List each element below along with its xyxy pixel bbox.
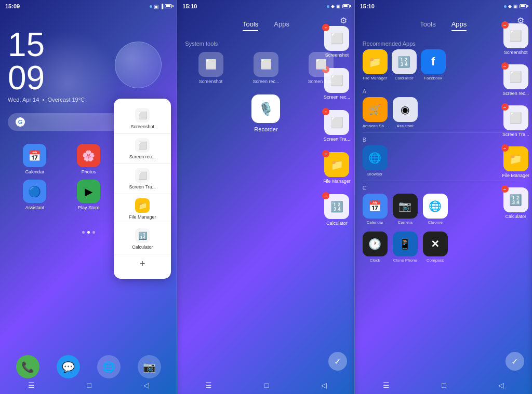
location-icon-2: ◆ (331, 4, 335, 9)
app-clone-phone[interactable]: 📱 Clone Phone (393, 232, 418, 263)
nav-back-1[interactable]: ◁ (143, 381, 149, 389)
notification-dot-1 (150, 5, 152, 8)
assistant-icon-3: ◉ (393, 97, 418, 122)
nav-menu-3[interactable]: ☰ (383, 381, 390, 389)
calendar-icon: 📅 (23, 144, 46, 167)
rec-calculator[interactable]: 🔢 Calculator (392, 49, 417, 80)
time-display-1: 15:09 (5, 3, 20, 9)
file-manager-menu-label: File Manager (129, 214, 156, 220)
tab-apps-2[interactable]: Apps (274, 20, 289, 31)
side-file-manager[interactable]: − 📁 File Manager (323, 152, 351, 184)
alpha-c2-apps: 🕐 Clock 📱 Clone Phone ✕ Compass (363, 232, 524, 263)
side-file-manager-icon: − 📁 (324, 152, 349, 177)
app-amazon[interactable]: 🛒 Amazon Sh... (363, 97, 388, 128)
nav-home-2[interactable]: □ (264, 381, 269, 389)
nav-back-3[interactable]: ◁ (498, 381, 504, 389)
app-chrome-3[interactable]: 🌐 Chrome (423, 194, 448, 225)
rec-facebook[interactable]: f Facebook (421, 49, 446, 80)
phone-panel-1: 15:09 ▣ ▐ 15 09 Wed, Apr 14 • Overcast 1… (0, 0, 177, 394)
battery-icon-3 (520, 4, 527, 8)
app-assistant[interactable]: 🔵 Assistant (10, 180, 59, 210)
notification-dot-3 (504, 5, 507, 8)
side-calculator-icon: − 🔢 (324, 194, 349, 219)
page-dot-1 (82, 231, 85, 234)
app-assistant-3[interactable]: ◉ Assistant (393, 97, 418, 128)
clone-phone-label: Clone Phone (393, 258, 417, 263)
status-icons-3: ◆ ▣ (504, 4, 527, 9)
section-b: B 🌐 Browser (355, 134, 532, 176)
rec-file-manager-label: File Manager (363, 76, 387, 80)
browser-label: Browser (367, 172, 382, 176)
rec-calculator-icon: 🔢 (392, 49, 417, 74)
tab-apps-3[interactable]: Apps (451, 20, 467, 31)
tool-screen-rec-2[interactable]: ⬜ Screen rec... (241, 52, 291, 84)
checkmark-button-2[interactable]: ✓ (328, 352, 347, 371)
nav-menu-2[interactable]: ☰ (205, 381, 212, 389)
nav-bar-2: ☰ □ ◁ (177, 379, 354, 391)
rec-calculator-label: Calculator (395, 76, 414, 80)
alpha-a-apps: 🛒 Amazon Sh... ◉ Assistant (363, 97, 524, 128)
wifi-icon-1: ▣ (154, 4, 158, 9)
app-clock[interactable]: 🕐 Clock (363, 232, 388, 263)
app-browser[interactable]: 🌐 Browser (363, 145, 388, 176)
checkmark-button-3[interactable]: ✓ (506, 352, 524, 371)
phone-icon: 📞 (16, 355, 39, 378)
time-display-3: 15:10 (360, 3, 375, 9)
phone-panel-3: 15:10 ◆ ▣ ⚙ Tools Apps Recommended Apps … (355, 0, 532, 394)
dock-chrome[interactable]: 🌐 (97, 355, 121, 378)
compass-icon: ✕ (423, 232, 448, 256)
camera-label: Camera (397, 220, 412, 225)
battery-icon-2 (342, 4, 350, 8)
nav-menu-1[interactable]: ☰ (28, 381, 35, 389)
tools-tabs-3: Tools Apps (355, 12, 532, 36)
remove-badge-5[interactable]: − (322, 192, 329, 199)
nav-back-2[interactable]: ◁ (321, 381, 327, 389)
clock-label: Clock (370, 258, 380, 263)
side-calculator-label: Calculator (326, 221, 348, 226)
tool-screenshot-2[interactable]: ⬜ Screenshot (185, 52, 236, 84)
play-store-label: Play Store (78, 205, 100, 210)
side-file-manager-label: File Manager (323, 179, 351, 184)
google-logo: G (16, 117, 25, 127)
dock-messages[interactable]: 💬 (57, 355, 80, 378)
nav-home-3[interactable]: □ (442, 381, 446, 389)
chrome-icon: 🌐 (97, 355, 121, 378)
alpha-c-label: C (363, 185, 524, 191)
tab-tools-3[interactable]: Tools (420, 20, 435, 31)
menu-screen-rec[interactable]: ⬜ Screen rec... (114, 134, 171, 164)
location-icon-3: ◆ (508, 4, 512, 9)
app-calendar-3[interactable]: 📅 Calendar (363, 194, 388, 225)
app-play-store[interactable]: ▶ Play Store (64, 180, 113, 210)
side-calculator[interactable]: − 🔢 Calculator (323, 194, 351, 226)
battery-icon-1 (165, 4, 172, 8)
calculator-menu-label: Calculator (132, 244, 153, 250)
phone-panel-2: 15:10 ◆ ▣ ⚙ Tools Apps System tools ⬜ Sc… (177, 0, 354, 394)
menu-screenshot[interactable]: ⬜ Screenshot (114, 104, 171, 134)
status-bar-2: 15:10 ◆ ▣ (177, 0, 354, 12)
screen-rec-menu-icon: ⬜ (135, 138, 150, 153)
menu-calculator[interactable]: 🔢 Calculator (114, 224, 171, 254)
rec-file-manager[interactable]: 📁 File Manager (363, 49, 388, 80)
tab-tools-2[interactable]: Tools (243, 20, 258, 31)
menu-add-button[interactable]: + (114, 254, 171, 274)
app-compass[interactable]: ✕ Compass (423, 232, 448, 263)
time-display-2: 15:10 (182, 3, 197, 9)
nav-home-1[interactable]: □ (87, 381, 91, 389)
wifi-icon-3: ▣ (513, 4, 518, 9)
tool-screen-tra-2[interactable]: ⬜ Screen Tra... (296, 52, 347, 84)
recorder-card[interactable]: 🎙️ Recorder (185, 94, 347, 132)
menu-screen-tra[interactable]: ⬜ Screen Tra... (114, 164, 171, 194)
dock-phone[interactable]: 📞 (16, 355, 39, 378)
dock-camera[interactable]: 📷 (138, 355, 161, 378)
settings-gear-icon-2[interactable]: ⚙ (340, 16, 347, 25)
browser-icon: 🌐 (363, 145, 388, 170)
menu-file-manager[interactable]: 📁 File Manager (114, 194, 171, 224)
clock-widget: 15 09 Wed, Apr 14 • Overcast 19°C (8, 28, 169, 103)
remove-badge-4[interactable]: − (322, 150, 329, 157)
screenshot-menu-label: Screenshot (131, 124, 155, 129)
app-camera[interactable]: 📷 Camera (393, 194, 418, 225)
app-photos[interactable]: 🌸 Photos (64, 144, 113, 174)
app-calendar[interactable]: 📅 Calendar (10, 144, 59, 174)
settings-gear-icon-3[interactable]: ⚙ (517, 16, 524, 25)
screen-tra-tool-icon: ⬜ (309, 52, 334, 77)
